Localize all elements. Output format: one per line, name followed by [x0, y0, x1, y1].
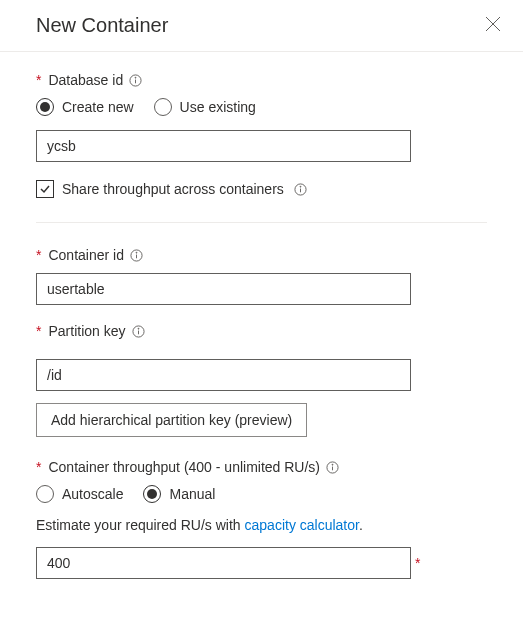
radio-manual[interactable]: Manual	[143, 485, 215, 503]
required-marker: *	[415, 555, 420, 571]
radio-icon	[36, 98, 54, 116]
panel-content: * Database id Create new Use existing Sh…	[0, 52, 523, 603]
svg-point-16	[332, 464, 333, 465]
partition-key-input[interactable]	[36, 359, 411, 391]
container-id-input[interactable]	[36, 273, 411, 305]
database-id-label-text: Database id	[48, 72, 123, 88]
throughput-label-text: Container throughput (400 - unlimited RU…	[48, 459, 320, 475]
capacity-calculator-link[interactable]: capacity calculator	[245, 517, 359, 533]
share-throughput-checkbox[interactable]	[36, 180, 54, 198]
divider	[36, 222, 487, 223]
info-icon[interactable]	[130, 249, 143, 262]
radio-use-existing-label: Use existing	[180, 99, 256, 115]
estimate-prefix: Estimate your required RU/s with	[36, 517, 245, 533]
radio-autoscale[interactable]: Autoscale	[36, 485, 123, 503]
radio-autoscale-label: Autoscale	[62, 486, 123, 502]
throughput-label: * Container throughput (400 - unlimited …	[36, 459, 487, 475]
radio-create-new-label: Create new	[62, 99, 134, 115]
info-icon[interactable]	[132, 325, 145, 338]
container-id-label: * Container id	[36, 247, 487, 263]
database-id-label: * Database id	[36, 72, 487, 88]
database-id-input[interactable]	[36, 130, 411, 162]
container-id-label-text: Container id	[48, 247, 124, 263]
radio-manual-label: Manual	[169, 486, 215, 502]
share-throughput-label: Share throughput across containers	[62, 181, 284, 197]
info-icon[interactable]	[294, 183, 307, 196]
throughput-input[interactable]	[36, 547, 411, 579]
checkmark-icon	[39, 183, 51, 195]
required-marker: *	[36, 459, 41, 475]
svg-point-10	[136, 252, 137, 253]
svg-point-7	[300, 186, 301, 187]
radio-icon	[143, 485, 161, 503]
radio-icon	[36, 485, 54, 503]
estimate-suffix: .	[359, 517, 363, 533]
svg-point-4	[135, 77, 136, 78]
radio-icon	[154, 98, 172, 116]
required-marker: *	[36, 72, 41, 88]
estimate-text: Estimate your required RU/s with capacit…	[36, 517, 487, 533]
close-button[interactable]	[485, 16, 501, 35]
radio-create-new[interactable]: Create new	[36, 98, 134, 116]
throughput-input-row: *	[36, 547, 421, 579]
svg-point-13	[138, 328, 139, 329]
info-icon[interactable]	[326, 461, 339, 474]
panel-header: New Container	[0, 0, 523, 52]
radio-use-existing[interactable]: Use existing	[154, 98, 256, 116]
share-throughput-row: Share throughput across containers	[36, 180, 487, 198]
required-marker: *	[36, 323, 41, 339]
throughput-mode-radios: Autoscale Manual	[36, 485, 487, 503]
partition-key-label: * Partition key	[36, 323, 487, 339]
add-hierarchical-partition-button[interactable]: Add hierarchical partition key (preview)	[36, 403, 307, 437]
panel-title: New Container	[36, 14, 168, 37]
close-icon	[485, 16, 501, 32]
required-marker: *	[36, 247, 41, 263]
info-icon[interactable]	[129, 74, 142, 87]
partition-key-label-text: Partition key	[48, 323, 125, 339]
database-mode-radios: Create new Use existing	[36, 98, 487, 116]
